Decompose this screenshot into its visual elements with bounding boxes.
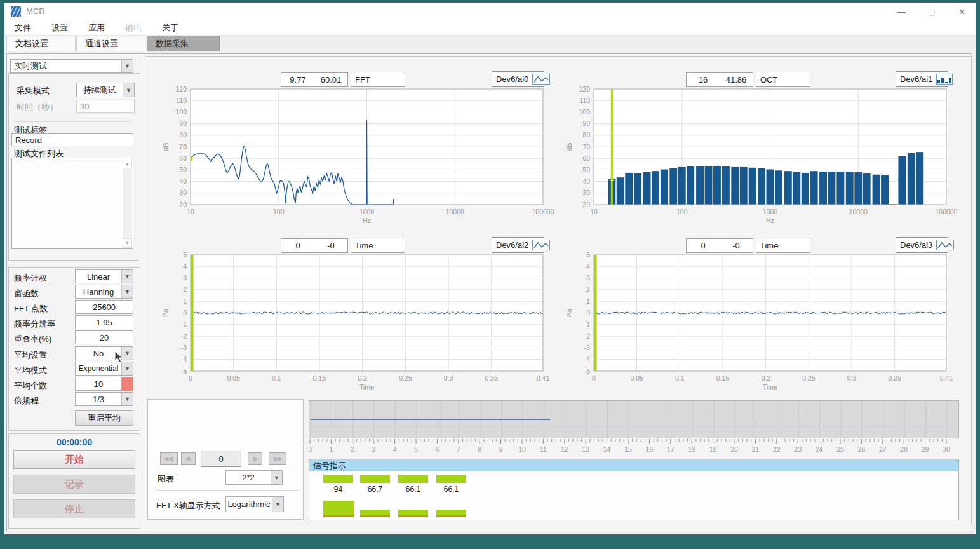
restart-average-button[interactable]: 重启平均 [75, 410, 133, 426]
svg-text:12: 12 [561, 445, 568, 453]
next-page-button[interactable]: > [248, 452, 262, 465]
overlap-input[interactable]: 20 [75, 330, 133, 344]
fft-xaxis-select[interactable]: Logarithmic▼ [225, 496, 284, 512]
chevron-down-icon: ▼ [121, 285, 133, 298]
sidebar-divider [13, 121, 131, 122]
svg-text:0.25: 0.25 [399, 374, 412, 382]
close-button[interactable]: ✕ [948, 3, 977, 20]
svg-text:90: 90 [582, 119, 590, 127]
window-func-select[interactable]: Hanning▼ [75, 285, 133, 299]
test-file-list[interactable]: ▲ ▼ [11, 158, 133, 249]
avg-setting-label: 平均设置 [14, 349, 47, 361]
freq-weighting-select[interactable]: Linear▼ [75, 269, 133, 283]
svg-text:20: 20 [582, 201, 590, 208]
fft-points-input[interactable]: 25600 [75, 300, 133, 314]
svg-text:0.15: 0.15 [313, 374, 326, 382]
svg-text:4: 4 [586, 262, 590, 270]
tab-data-acquisition[interactable]: 数据采集 [147, 36, 220, 51]
svg-text:2: 2 [586, 285, 590, 293]
scroll-down-icon[interactable]: ▼ [123, 238, 132, 248]
timeline-ruler[interactable]: 0123456789101112131415161718192021222324… [309, 439, 959, 456]
menu-application[interactable]: 应用 [78, 20, 115, 35]
svg-text:9: 9 [499, 445, 503, 453]
octave-select[interactable]: 1/3▼ [75, 392, 133, 406]
svg-text:-3: -3 [584, 344, 590, 351]
svg-text:28: 28 [900, 445, 908, 453]
svg-text:2: 2 [183, 285, 187, 293]
svg-text:0.15: 0.15 [716, 374, 730, 382]
svg-text:19: 19 [709, 445, 717, 453]
duration-label: 时间（秒） [17, 102, 58, 113]
svg-text:30: 30 [582, 189, 590, 196]
signal-value: 94 [323, 485, 353, 494]
octave-label: 倍频程 [14, 395, 39, 407]
menu-about[interactable]: 关于 [152, 20, 189, 35]
signal-panel-title: 信号指示 [309, 459, 958, 471]
menu-file[interactable]: 文件 [4, 20, 41, 35]
menu-settings[interactable]: 设置 [41, 20, 78, 35]
svg-text:21: 21 [752, 445, 760, 453]
last-page-button[interactable]: >> [269, 452, 286, 465]
svg-text:1: 1 [329, 445, 333, 453]
stop-button: 停止 [13, 499, 135, 518]
time3-chart[interactable]: -5-4-3-2-101234500.050.10.150.20.250.30.… [562, 250, 969, 391]
svg-text:10000: 10000 [849, 208, 868, 215]
line-chart-icon [936, 240, 954, 250]
page-number-box[interactable]: 0 [201, 451, 241, 467]
tab-channel-settings[interactable]: 通道设置 [76, 36, 145, 51]
test-mode-select[interactable]: 实时测试 ▼ [10, 59, 133, 73]
file-list-scrollbar[interactable]: ▲ ▼ [123, 159, 132, 248]
freq-resolution-input[interactable]: 1.95 [75, 315, 133, 329]
svg-text:0: 0 [183, 309, 187, 316]
fft-chart[interactable]: 2030405060708090100110120101001000100001… [159, 85, 565, 224]
oct-chart[interactable]: 2030405060708090100110120101001000100001… [562, 85, 969, 224]
chevron-down-icon: ▼ [123, 83, 134, 97]
acquisition-mode-select[interactable]: 持续测试 ▼ [76, 83, 135, 97]
signal-value: 66.1 [398, 485, 428, 494]
signal-level-bar [436, 475, 466, 483]
svg-text:Time: Time [359, 383, 374, 391]
svg-text:120: 120 [579, 85, 590, 93]
svg-text:1: 1 [586, 297, 590, 305]
signal-meter-bar [398, 510, 428, 517]
chart-layout-select[interactable]: 2*2▼ [225, 470, 283, 485]
svg-text:10: 10 [187, 208, 194, 215]
maximize-button[interactable]: ▢ [917, 3, 946, 20]
svg-text:100: 100 [175, 108, 187, 116]
start-button[interactable]: 开始 [13, 450, 135, 469]
avg-count-input[interactable]: 10 [75, 377, 122, 391]
tab-document-settings[interactable]: 文档设置 [6, 36, 76, 51]
svg-text:2: 2 [351, 445, 354, 453]
prev-page-button[interactable]: < [181, 452, 196, 465]
svg-text:60: 60 [179, 154, 187, 162]
svg-text:60: 60 [582, 154, 590, 162]
first-page-button[interactable]: << [160, 452, 178, 465]
svg-text:40: 40 [179, 177, 187, 185]
freq-resolution-label: 频率分辨率 [14, 318, 55, 330]
svg-text:16: 16 [646, 445, 654, 453]
time2-chart[interactable]: -5-4-3-2-101234500.050.10.150.20.250.30.… [159, 250, 565, 391]
svg-text:0.1: 0.1 [272, 374, 281, 382]
svg-text:0: 0 [586, 309, 590, 316]
avg-setting-select[interactable]: No▼ [75, 346, 133, 360]
menu-output: 输出 [115, 20, 152, 35]
svg-text:29: 29 [922, 445, 929, 453]
chevron-down-icon: ▼ [272, 497, 283, 512]
line-chart-icon [532, 74, 550, 85]
svg-text:50: 50 [179, 166, 187, 173]
chevron-down-icon: ▼ [121, 270, 133, 283]
panel-divider [148, 445, 303, 445]
freq-weighting-label: 频率计权 [14, 273, 47, 284]
svg-text:Pa: Pa [162, 309, 170, 317]
svg-text:100000: 100000 [532, 208, 554, 215]
record-button: 记录 [13, 475, 135, 494]
timeline-strip[interactable] [309, 400, 959, 438]
avg-mode-select[interactable]: Exponential▼ [75, 362, 133, 376]
test-label-input[interactable]: Record [11, 133, 133, 146]
svg-text:3: 3 [586, 274, 590, 281]
scroll-up-icon[interactable]: ▲ [123, 159, 132, 168]
svg-text:Time: Time [763, 383, 777, 391]
options-divider [156, 490, 299, 491]
signal-meter-bar [323, 501, 354, 517]
minimize-button[interactable]: — [887, 3, 916, 20]
